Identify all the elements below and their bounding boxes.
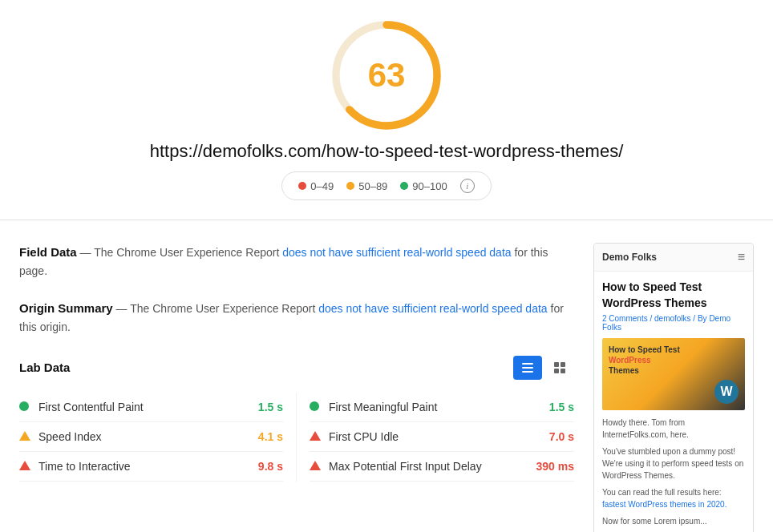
main-content: Field Data — The Chrome User Experience … — [0, 227, 773, 532]
demo-post-image: How to Speed Test WordPress Themes W — [602, 338, 745, 410]
demo-image-line1: How to Speed Test — [609, 345, 680, 355]
metric-name-fcp: First Contentful Paint — [38, 401, 227, 413]
metric-value-tti: 9.8 s — [235, 460, 283, 473]
demo-card-header: Demo Folks ≡ — [594, 244, 753, 272]
demo-read-more: You can read the full results here: fast… — [602, 486, 745, 510]
metric-indicator-green — [19, 401, 30, 413]
metrics-left-col: First Contentful Paint 1.5 s Speed Index… — [19, 393, 297, 482]
svg-rect-6 — [561, 362, 565, 367]
demo-card-menu-icon[interactable]: ≡ — [738, 250, 745, 264]
score-legend: 0–49 50–89 90–100 i — [281, 171, 491, 200]
origin-summary-link[interactable]: does not have sufficient real-world spee… — [318, 302, 547, 315]
red-label: 0–49 — [310, 180, 334, 192]
svg-rect-4 — [522, 371, 533, 373]
orange-dot — [346, 182, 354, 190]
metric-name-tti: Time to Interactive — [38, 460, 227, 473]
demo-intro-text: Howdy there. Tom from InternetFolks.com,… — [602, 417, 745, 441]
score-value: 63 — [368, 56, 406, 95]
view-toggle — [513, 356, 574, 380]
metric-indicator-red-fid — [310, 461, 321, 472]
metrics-grid: First Contentful Paint 1.5 s Speed Index… — [19, 393, 574, 482]
field-data-title: Field Data — [19, 245, 77, 259]
list-view-button[interactable] — [513, 356, 542, 380]
metric-indicator-red-tti — [19, 461, 30, 472]
wordpress-logo: W — [714, 380, 739, 404]
demo-site-name: Demo Folks — [602, 252, 657, 263]
grid-view-button[interactable] — [545, 356, 574, 380]
metric-value-fcp: 1.5 s — [235, 401, 283, 413]
table-row: First CPU Idle 7.0 s — [310, 422, 574, 452]
score-ring: 63 — [330, 19, 443, 131]
info-icon[interactable]: i — [460, 179, 475, 193]
metric-indicator-red-fci — [310, 431, 321, 442]
table-row: Speed Index 4.1 s — [19, 422, 283, 452]
demo-card: Demo Folks ≡ How to Speed Test WordPress… — [593, 243, 754, 532]
table-row: Time to Interactive 9.8 s — [19, 452, 283, 482]
svg-rect-3 — [522, 367, 533, 369]
demo-post-meta: 2 Comments / demofolks / By Demo Folks — [602, 314, 745, 332]
page-url: https://demofolks.com/how-to-speed-test-… — [150, 141, 624, 162]
svg-rect-7 — [554, 369, 559, 373]
left-panel: Field Data — The Chrome User Experience … — [19, 243, 574, 532]
metric-value-fid: 390 ms — [526, 460, 574, 473]
metric-value-fmp: 1.5 s — [526, 401, 574, 413]
table-row: First Meaningful Paint 1.5 s — [310, 393, 574, 422]
metrics-right-col: First Meaningful Paint 1.5 s First CPU I… — [297, 393, 574, 482]
demo-body-text: You've stumbled upon a dummy post! We're… — [602, 445, 745, 482]
field-data-text-before: The Chrome User Experience Report — [94, 246, 279, 259]
green-dot — [400, 182, 408, 190]
metric-name-si: Speed Index — [38, 430, 227, 443]
right-panel: Demo Folks ≡ How to Speed Test WordPress… — [593, 243, 754, 532]
svg-rect-2 — [522, 363, 533, 365]
demo-lorem-label: Now for some Lorem ipsum... — [602, 515, 745, 527]
field-data-dash: — — [80, 246, 95, 259]
field-data-link[interactable]: does not have sufficient real-world spee… — [282, 246, 511, 259]
metric-value-si: 4.1 s — [235, 430, 283, 443]
metric-name-fci: First CPU Idle — [329, 430, 518, 443]
metric-name-fid: Max Potential First Input Delay — [329, 460, 518, 473]
demo-post-title: How to Speed Test WordPress Themes — [602, 280, 745, 311]
origin-summary-title: Origin Summary — [19, 301, 113, 315]
origin-summary-dash: — — [116, 302, 131, 315]
main-divider — [0, 220, 773, 220]
field-data-section: Field Data — The Chrome User Experience … — [19, 243, 574, 280]
green-label: 90–100 — [412, 180, 447, 192]
metric-value-fci: 7.0 s — [526, 430, 574, 443]
legend-orange: 50–89 — [346, 180, 387, 192]
metric-name-fmp: First Meaningful Paint — [329, 401, 518, 413]
demo-image-line3: Themes — [609, 365, 680, 376]
red-dot — [298, 182, 306, 190]
orange-label: 50–89 — [358, 180, 387, 192]
demo-read-more-prefix: You can read the full results here: — [602, 488, 722, 497]
origin-summary-text-before: The Chrome User Experience Report — [130, 302, 315, 315]
svg-rect-8 — [561, 369, 565, 373]
legend-green: 90–100 — [400, 180, 447, 192]
table-row: Max Potential First Input Delay 390 ms — [310, 452, 574, 482]
lab-data-header: Lab Data — [19, 356, 574, 380]
demo-image-line2: WordPress — [609, 355, 680, 365]
origin-summary-section: Origin Summary — The Chrome User Experie… — [19, 299, 574, 336]
score-section: 63 https://demofolks.com/how-to-speed-te… — [0, 0, 773, 213]
lab-data-section: Lab Data — [19, 356, 574, 482]
demo-read-more-link[interactable]: fastest WordPress themes in 2020. — [602, 500, 726, 509]
legend-red: 0–49 — [298, 180, 334, 192]
lab-data-title: Lab Data — [19, 361, 70, 374]
demo-image-text: How to Speed Test WordPress Themes — [609, 345, 680, 376]
table-row: First Contentful Paint 1.5 s — [19, 393, 283, 422]
demo-card-body: How to Speed Test WordPress Themes 2 Com… — [594, 272, 753, 532]
svg-rect-5 — [554, 362, 559, 367]
metric-indicator-green-fmp — [310, 401, 321, 413]
metric-indicator-orange — [19, 431, 30, 442]
